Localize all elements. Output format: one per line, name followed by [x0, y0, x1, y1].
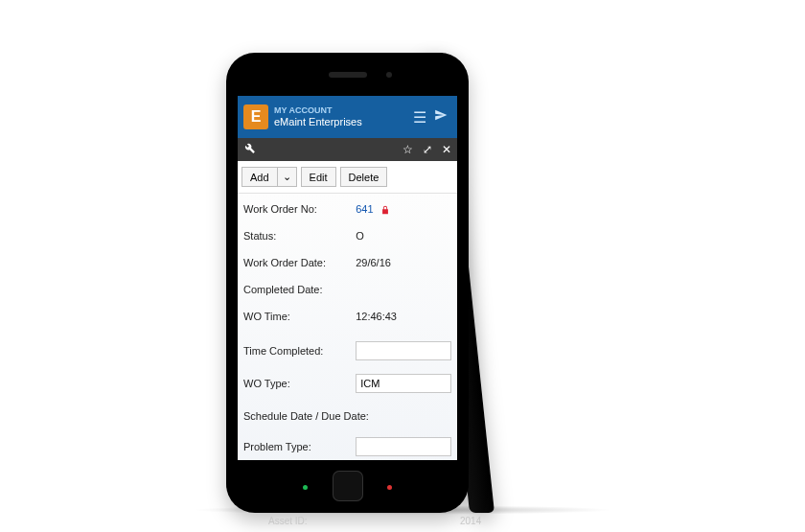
lock-icon [380, 205, 390, 215]
label-wo-time: WO Time: [243, 311, 356, 322]
row-schedule-due: Schedule Date / Due Date: [243, 403, 451, 429]
my-account-label: MY ACCOUNT [274, 105, 409, 116]
row-wo-time: WO Time: 12:46:43 [243, 303, 451, 330]
add-dropdown-button[interactable]: ⌄ [277, 167, 297, 187]
ghost-label: Asset ID: [268, 516, 308, 526]
row-problem-type: Problem Type: [243, 433, 451, 460]
input-time-completed[interactable] [356, 341, 451, 360]
row-work-order-no: Work Order No: 641 [243, 196, 451, 222]
led-green [303, 485, 308, 490]
row-wo-date: Work Order Date: 29/6/16 [243, 249, 451, 276]
value-wo-date: 29/6/16 [356, 257, 451, 268]
add-button[interactable]: Add [242, 167, 278, 187]
value-status: O [356, 230, 451, 242]
emaint-logo: E [243, 104, 268, 129]
company-name: eMaint Enterprises [274, 116, 409, 128]
edit-button[interactable]: Edit [301, 167, 336, 187]
row-status: Status: O [243, 222, 451, 249]
app-screen: E MY ACCOUNT eMaint Enterprises ☰ ☆ ⤢ ✕ [238, 96, 457, 460]
row-time-completed: Time Completed: [243, 337, 451, 364]
phone-frame: E MY ACCOUNT eMaint Enterprises ☰ ☆ ⤢ ✕ [226, 53, 469, 513]
label-completed-date: Completed Date: [243, 284, 356, 295]
wrench-icon[interactable] [243, 142, 256, 157]
row-completed-date: Completed Date: [243, 276, 451, 303]
label-status: Status: [243, 230, 356, 242]
home-button[interactable] [333, 471, 363, 501]
app-header: E MY ACCOUNT eMaint Enterprises ☰ [238, 96, 457, 138]
label-schedule-due: Schedule Date / Due Date: [243, 410, 451, 422]
label-wo-type: WO Type: [243, 378, 356, 389]
work-order-no-text: 641 [356, 203, 373, 215]
value-wo-time: 12:46:43 [356, 311, 451, 322]
label-work-order-no: Work Order No: [243, 203, 356, 215]
expand-icon[interactable]: ⤢ [423, 143, 432, 156]
value-work-order-no[interactable]: 641 [356, 203, 451, 215]
row-wo-type: WO Type: [243, 370, 451, 397]
action-bar: Add ⌄ Edit Delete [238, 161, 457, 194]
input-wo-type[interactable] [356, 374, 451, 393]
phone-camera [386, 72, 392, 78]
label-problem-type: Problem Type: [243, 441, 356, 452]
star-icon[interactable]: ☆ [402, 143, 413, 156]
menu-icon[interactable]: ☰ [409, 108, 430, 127]
header-titles: MY ACCOUNT eMaint Enterprises [274, 105, 409, 128]
delete-button[interactable]: Delete [340, 167, 388, 187]
label-wo-date: Work Order Date: [243, 257, 356, 268]
work-order-form: Work Order No: 641 Status: O Work Order … [238, 194, 457, 460]
locate-icon[interactable] [430, 108, 451, 126]
led-red [387, 485, 392, 490]
label-time-completed: Time Completed: [243, 345, 356, 357]
ghost-value: 2014 [460, 516, 481, 526]
input-problem-type[interactable] [356, 437, 451, 456]
toolbar: ☆ ⤢ ✕ [238, 138, 457, 161]
phone-earpiece [329, 72, 367, 78]
close-icon[interactable]: ✕ [442, 143, 451, 156]
